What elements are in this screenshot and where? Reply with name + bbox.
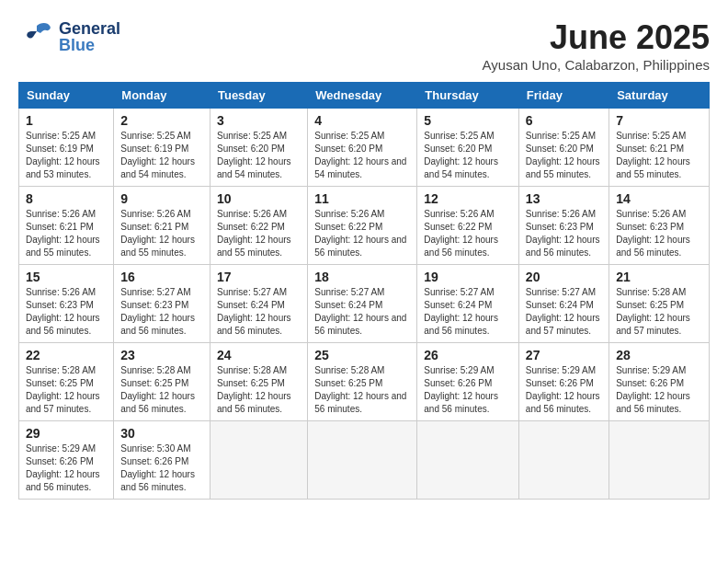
day-info: Sunrise: 5:28 AMSunset: 6:25 PMDaylight:… <box>26 365 100 414</box>
table-row <box>518 421 609 500</box>
day-number: 19 <box>424 270 512 284</box>
header-monday: Monday <box>114 83 210 109</box>
day-info: Sunrise: 5:27 AMSunset: 6:24 PMDaylight:… <box>526 287 600 336</box>
day-number: 27 <box>526 348 602 362</box>
table-row: 22 Sunrise: 5:28 AMSunset: 6:25 PMDaylig… <box>19 343 114 421</box>
day-number: 1 <box>26 113 107 128</box>
table-row <box>609 421 710 500</box>
header-sunday: Sunday <box>19 83 114 109</box>
day-info: Sunrise: 5:29 AMSunset: 6:26 PMDaylight:… <box>616 365 690 414</box>
day-number: 15 <box>26 270 107 284</box>
table-row: 6 Sunrise: 5:25 AMSunset: 6:20 PMDayligh… <box>518 109 609 187</box>
day-info: Sunrise: 5:29 AMSunset: 6:26 PMDaylight:… <box>526 365 600 414</box>
table-row: 18 Sunrise: 5:27 AMSunset: 6:24 PMDaylig… <box>308 265 417 343</box>
day-info: Sunrise: 5:25 AMSunset: 6:19 PMDaylight:… <box>120 131 195 179</box>
table-row <box>210 421 307 500</box>
day-info: Sunrise: 5:26 AMSunset: 6:22 PMDaylight:… <box>424 209 498 258</box>
day-info: Sunrise: 5:26 AMSunset: 6:21 PMDaylight:… <box>26 209 100 258</box>
day-info: Sunrise: 5:26 AMSunset: 6:22 PMDaylight:… <box>217 209 291 258</box>
table-row: 10 Sunrise: 5:26 AMSunset: 6:22 PMDaylig… <box>210 187 307 265</box>
header-saturday: Saturday <box>609 83 710 109</box>
title-area: June 2025 Ayusan Uno, Calabarzon, Philip… <box>483 18 710 73</box>
table-row: 27 Sunrise: 5:29 AMSunset: 6:26 PMDaylig… <box>518 343 609 421</box>
day-number: 24 <box>217 348 301 362</box>
table-row: 25 Sunrise: 5:28 AMSunset: 6:25 PMDaylig… <box>308 343 417 421</box>
day-info: Sunrise: 5:25 AMSunset: 6:19 PMDaylight:… <box>26 131 100 179</box>
day-number: 14 <box>616 191 702 206</box>
day-info: Sunrise: 5:28 AMSunset: 6:25 PMDaylight:… <box>120 365 195 414</box>
day-info: Sunrise: 5:25 AMSunset: 6:20 PMDaylight:… <box>217 131 291 179</box>
table-row <box>308 421 417 500</box>
day-info: Sunrise: 5:26 AMSunset: 6:23 PMDaylight:… <box>526 209 600 258</box>
header-friday: Friday <box>518 83 609 109</box>
day-info: Sunrise: 5:26 AMSunset: 6:23 PMDaylight:… <box>616 209 690 258</box>
table-row: 26 Sunrise: 5:29 AMSunset: 6:26 PMDaylig… <box>417 343 519 421</box>
table-row: 23 Sunrise: 5:28 AMSunset: 6:25 PMDaylig… <box>114 343 210 421</box>
header-wednesday: Wednesday <box>308 83 417 109</box>
day-info: Sunrise: 5:27 AMSunset: 6:24 PMDaylight:… <box>314 287 406 336</box>
table-row: 4 Sunrise: 5:25 AMSunset: 6:20 PMDayligh… <box>308 109 417 187</box>
header-thursday: Thursday <box>417 83 519 109</box>
table-row: 5 Sunrise: 5:25 AMSunset: 6:20 PMDayligh… <box>417 109 519 187</box>
table-row: 24 Sunrise: 5:28 AMSunset: 6:25 PMDaylig… <box>210 343 307 421</box>
logo-blue-text: Blue <box>59 37 120 53</box>
page-header: General Blue June 2025 Ayusan Uno, Calab… <box>18 18 710 73</box>
logo-labels: General Blue <box>59 20 120 53</box>
logo: General Blue <box>18 18 120 55</box>
table-row: 19 Sunrise: 5:27 AMSunset: 6:24 PMDaylig… <box>417 265 519 343</box>
day-number: 12 <box>424 191 512 206</box>
day-number: 11 <box>314 191 410 206</box>
logo-general-text: General <box>59 20 120 37</box>
day-info: Sunrise: 5:29 AMSunset: 6:26 PMDaylight:… <box>26 443 100 492</box>
day-info: Sunrise: 5:27 AMSunset: 6:24 PMDaylight:… <box>217 287 291 336</box>
day-number: 21 <box>616 270 702 284</box>
day-info: Sunrise: 5:27 AMSunset: 6:24 PMDaylight:… <box>424 287 498 336</box>
day-info: Sunrise: 5:30 AMSunset: 6:26 PMDaylight:… <box>120 443 195 492</box>
day-info: Sunrise: 5:26 AMSunset: 6:23 PMDaylight:… <box>26 287 100 336</box>
table-row: 3 Sunrise: 5:25 AMSunset: 6:20 PMDayligh… <box>210 109 307 187</box>
month-title: June 2025 <box>483 18 710 57</box>
day-info: Sunrise: 5:25 AMSunset: 6:21 PMDaylight:… <box>616 131 690 179</box>
day-number: 8 <box>26 191 107 206</box>
day-number: 4 <box>314 113 410 128</box>
day-number: 10 <box>217 191 301 206</box>
table-row <box>417 421 519 500</box>
day-info: Sunrise: 5:29 AMSunset: 6:26 PMDaylight:… <box>424 365 498 414</box>
table-row: 1 Sunrise: 5:25 AMSunset: 6:19 PMDayligh… <box>19 109 114 187</box>
day-number: 3 <box>217 113 301 128</box>
day-number: 13 <box>526 191 602 206</box>
table-row: 11 Sunrise: 5:26 AMSunset: 6:22 PMDaylig… <box>308 187 417 265</box>
day-info: Sunrise: 5:26 AMSunset: 6:21 PMDaylight:… <box>120 209 195 258</box>
calendar-header-row: Sunday Monday Tuesday Wednesday Thursday… <box>19 83 710 109</box>
table-row: 8 Sunrise: 5:26 AMSunset: 6:21 PMDayligh… <box>19 187 114 265</box>
day-number: 22 <box>26 348 107 362</box>
table-row: 15 Sunrise: 5:26 AMSunset: 6:23 PMDaylig… <box>19 265 114 343</box>
day-number: 29 <box>26 426 107 441</box>
table-row: 12 Sunrise: 5:26 AMSunset: 6:22 PMDaylig… <box>417 187 519 265</box>
table-row: 16 Sunrise: 5:27 AMSunset: 6:23 PMDaylig… <box>114 265 210 343</box>
day-number: 9 <box>120 191 203 206</box>
calendar-week-row: 29 Sunrise: 5:29 AMSunset: 6:26 PMDaylig… <box>19 421 710 500</box>
day-number: 26 <box>424 348 512 362</box>
day-number: 20 <box>526 270 602 284</box>
day-info: Sunrise: 5:28 AMSunset: 6:25 PMDaylight:… <box>616 287 690 336</box>
location-text: Ayusan Uno, Calabarzon, Philippines <box>483 57 710 73</box>
table-row: 7 Sunrise: 5:25 AMSunset: 6:21 PMDayligh… <box>609 109 710 187</box>
table-row: 13 Sunrise: 5:26 AMSunset: 6:23 PMDaylig… <box>518 187 609 265</box>
day-number: 30 <box>120 426 203 441</box>
day-info: Sunrise: 5:26 AMSunset: 6:22 PMDaylight:… <box>314 209 406 258</box>
calendar-week-row: 22 Sunrise: 5:28 AMSunset: 6:25 PMDaylig… <box>19 343 710 421</box>
day-info: Sunrise: 5:25 AMSunset: 6:20 PMDaylight:… <box>314 131 406 179</box>
day-number: 5 <box>424 113 512 128</box>
table-row: 20 Sunrise: 5:27 AMSunset: 6:24 PMDaylig… <box>518 265 609 343</box>
day-info: Sunrise: 5:25 AMSunset: 6:20 PMDaylight:… <box>424 131 498 179</box>
table-row: 30 Sunrise: 5:30 AMSunset: 6:26 PMDaylig… <box>114 421 210 500</box>
day-number: 2 <box>120 113 203 128</box>
table-row: 28 Sunrise: 5:29 AMSunset: 6:26 PMDaylig… <box>609 343 710 421</box>
table-row: 2 Sunrise: 5:25 AMSunset: 6:19 PMDayligh… <box>114 109 210 187</box>
day-number: 17 <box>217 270 301 284</box>
day-info: Sunrise: 5:25 AMSunset: 6:20 PMDaylight:… <box>526 131 600 179</box>
day-number: 18 <box>314 270 410 284</box>
table-row: 14 Sunrise: 5:26 AMSunset: 6:23 PMDaylig… <box>609 187 710 265</box>
day-info: Sunrise: 5:28 AMSunset: 6:25 PMDaylight:… <box>217 365 291 414</box>
